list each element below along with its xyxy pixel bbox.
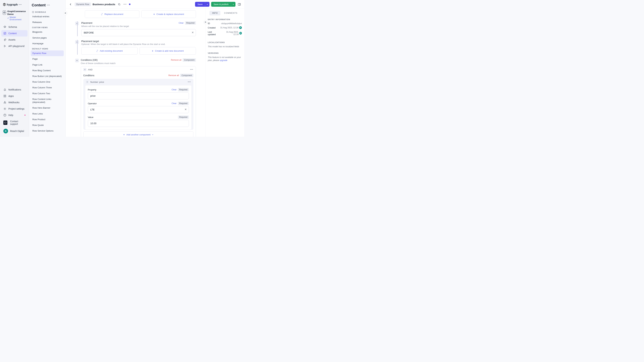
nav-assets[interactable]: Assets [1,36,28,43]
view-row-button-list[interactable]: Row Button List (deprecated) [31,73,64,79]
and-label: AND [88,68,92,71]
placement-clear[interactable]: Clear [178,22,184,24]
svg-point-7 [5,103,6,103]
view-row-blog-content[interactable]: Row Blog Content [31,68,64,73]
chevron-down-icon [232,3,234,5]
default-views-label: DEFAULT VIEWS [31,46,64,50]
view-page-link[interactable]: Page Link [31,62,64,68]
nav-contact-support[interactable]: Contact support [1,118,28,127]
collapse-content-sidebar-button[interactable] [64,11,68,15]
chat-icon [3,120,8,125]
schedule-releases[interactable]: Releases [31,19,64,25]
chevron-down-icon [86,81,88,83]
property-input[interactable] [88,92,189,99]
add-existing-document-button[interactable]: Add existing document [81,47,138,55]
nav-help[interactable]: Help [1,112,28,118]
webhook-icon [3,101,6,104]
conditions-remove-all[interactable]: Remove all [171,59,182,61]
brand-logo: hygraph [3,3,18,6]
replace-document-button[interactable]: Replace document [85,10,139,18]
svg-rect-4 [5,96,6,97]
view-homepage[interactable]: Homepage [31,41,64,46]
property-clear[interactable]: Clear [172,88,176,91]
condition-collapse-toggle[interactable] [86,80,89,83]
localizations-label: LOCALIZATIONS [208,41,242,43]
panel-toggle-button[interactable] [237,2,242,6]
conditions-label: Conditions (OR) [81,59,98,61]
placement-input[interactable] [81,29,196,36]
nav-content[interactable]: Content [1,30,28,36]
view-row-links[interactable]: Row Links [31,111,64,117]
brand-row: hygraph ••• [1,2,28,9]
view-row-column-two[interactable]: Row Column Two [31,91,64,96]
inner-remove-all[interactable]: Remove all [168,74,179,77]
view-row-quote[interactable]: Row Quote [31,122,64,128]
updated-value: 31 Aug 2023, 12:18R [221,31,242,35]
localizations-note: This model has no localized fields [208,45,242,48]
nav-notifications[interactable]: Notifications [1,86,28,93]
add-inner-component-button[interactable]: Add another component [83,131,193,137]
schedule-individual-entries[interactable]: Individual entries [31,14,64,19]
save-publish-dropdown-button[interactable] [231,2,236,7]
create-replace-document-button[interactable]: Create & replace document [142,10,196,18]
info-panel: INFO COMMENTS ENTRY INFORMATION ID cllz0… [205,9,244,137]
condition-title: Number: price [90,81,104,83]
question-icon [3,114,6,117]
view-row-special-banner[interactable]: Row Special Banner [31,134,64,134]
save-dropdown-button[interactable] [205,2,210,7]
breadcrumb-title: Business products [92,3,115,6]
id-value[interactable]: cllz0gujz40f80btd5cfpfpxt [221,22,242,24]
view-service-pages[interactable]: Service pages [31,35,64,41]
project-environment: Master Environment [8,16,26,21]
project-cube-icon [3,10,6,15]
content-panel-menu-icon[interactable]: ••• [47,4,50,6]
condition-card: Number: price ••• Property [83,79,193,130]
conditions-collapse-toggle[interactable] [75,59,79,62]
view-blogposts[interactable]: Blogposts [31,29,64,35]
condition-menu[interactable]: ••• [188,81,191,83]
save-publish-split-button: Save & publish [211,2,236,7]
svg-point-5 [4,101,5,102]
collapse-info-panel-button[interactable] [204,20,208,24]
save-split-button: Save [195,2,210,7]
nav-schema[interactable]: Schema [1,24,28,30]
save-button[interactable]: Save [195,2,205,7]
view-row-product[interactable]: Row Product [31,117,64,122]
view-row-content-links[interactable]: Row Content Links (deprecated) [31,96,64,105]
create-add-new-document-button[interactable]: Create & add new document [140,47,196,55]
nav-api-playground[interactable]: API playground [1,43,28,49]
view-dynamic-row[interactable]: Dynamic Row [31,50,64,56]
nav-project-settings[interactable]: Project settings [1,106,28,112]
nav-user-account[interactable]: R Reach Digital [1,127,28,135]
view-row-column-three[interactable]: Row Column Three [31,85,64,90]
value-input[interactable] [88,120,189,127]
versions-label: VERSIONS [208,52,242,54]
view-page[interactable]: Page [31,56,64,62]
save-publish-button[interactable]: Save & publish [211,2,231,7]
chevron-left-icon [69,3,72,6]
view-row-service-options[interactable]: Row Service Options [31,128,64,134]
sidebar-right-icon [238,3,241,6]
tab-comments[interactable]: COMMENTS [221,11,240,15]
pencil-square-icon [3,32,6,35]
copy-button[interactable] [117,2,121,6]
brand-menu-icon[interactable]: ••• [19,3,22,6]
nav-apps[interactable]: Apps [1,93,28,99]
svg-rect-2 [5,95,6,96]
nav-webhooks[interactable]: Webhooks [1,99,28,106]
placement-clear-x[interactable] [192,31,194,34]
tab-info[interactable]: INFO [210,11,220,15]
project-selector[interactable]: GraphCommerce Demo Master Environment [1,9,28,23]
entry-more-menu[interactable]: ••• [123,2,127,6]
back-button[interactable] [68,2,73,7]
view-row-column-one[interactable]: Row Column One [31,79,64,85]
view-row-hero-banner[interactable]: Row Hero Banner [31,105,64,111]
upgrade-link[interactable]: upgrade [220,59,228,61]
operator-clear-x[interactable] [184,108,187,111]
and-block-menu[interactable]: ••• [190,68,193,71]
breadcrumb-type[interactable]: Dynamic Row [75,2,91,6]
operator-clear[interactable]: Clear [172,102,176,105]
operator-input[interactable] [88,106,189,113]
operator-required-badge: Required [178,102,189,105]
and-collapse-toggle[interactable] [83,68,86,71]
